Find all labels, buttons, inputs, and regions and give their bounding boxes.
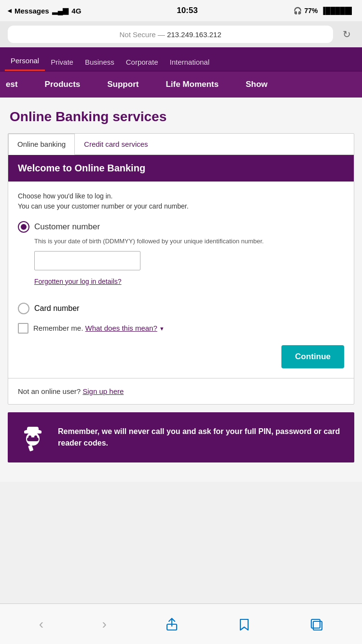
nav-international[interactable]: International [164,53,215,71]
nav-personal[interactable]: Personal [5,52,45,71]
nav-show[interactable]: Show [232,80,267,89]
url-display: 213.249.163.212 [167,30,222,39]
battery-percent: 77% [305,7,318,14]
login-instruction: Choose how you'd like to log in. You can… [18,191,344,211]
tabs-button[interactable] [309,617,323,631]
not-secure-label: Not Secure — [119,30,165,39]
nav-est[interactable]: est [0,80,31,89]
svg-rect-2 [27,427,39,433]
primary-nav: Personal Private Business Corporate Inte… [0,47,362,71]
back-arrow: ◂ [8,6,12,15]
security-icon [17,422,48,453]
reload-button[interactable]: ↻ [339,27,354,42]
svg-point-5 [28,435,31,438]
remember-me-checkbox[interactable] [18,323,28,334]
customer-number-label: Customer number [34,222,100,232]
tab-bar: Online banking Credit card services [8,134,354,155]
svg-rect-4 [27,437,39,441]
login-form: Choose how you'd like to log in. You can… [8,182,354,378]
radio-group-customer: Customer number This is your date of bir… [18,221,344,295]
signup-link[interactable]: Sign up here [83,387,124,395]
network-type: 4G [71,7,81,15]
forgot-link[interactable]: Forgotten your log in details? [34,278,122,285]
signup-text: Not an online user? [18,387,81,395]
main-content: Online Banking services Online banking C… [0,98,362,482]
address-bar: Not Secure — 213.249.163.212 ↻ [0,21,362,47]
nav-products[interactable]: Products [31,80,94,89]
nav-corporate[interactable]: Corporate [120,53,164,71]
battery-icon: ▐█████▌ [321,7,354,14]
share-button[interactable] [165,617,179,631]
headphone-icon: 🎧 [293,7,302,14]
banking-card: Online banking Credit card services Welc… [8,133,354,405]
status-left: ◂ Messages ▂▄▆ 4G [8,6,81,15]
customer-number-description: This is your date of birth (DDMMYY) foll… [34,237,344,246]
signup-section: Not an online user? Sign up here [8,378,354,404]
svg-rect-7 [28,445,34,451]
remember-me-row: Remember me. What does this mean? ▾ [18,323,344,334]
page-title: Online Banking services [8,109,354,125]
nav-life-moments[interactable]: Life Moments [152,80,232,89]
bottom-toolbar: ‹ › [0,603,362,644]
continue-button[interactable]: Continue [281,345,344,368]
app-name: Messages [14,7,49,15]
nav-support[interactable]: Support [94,80,152,89]
svg-rect-9 [311,619,320,628]
forward-button[interactable]: › [102,616,107,632]
card-number-row: Card number [18,303,344,314]
customer-number-input[interactable] [34,251,140,270]
what-does-this-mean-link[interactable]: What does this mean? [85,324,157,332]
card-number-radio[interactable] [18,303,29,314]
tab-online-banking[interactable]: Online banking [8,134,75,155]
remember-me-label: Remember me. What does this mean? ▾ [33,324,164,332]
nav-private[interactable]: Private [45,53,79,71]
back-button[interactable]: ‹ [39,616,43,632]
security-banner: Remember, we will never call you and ask… [8,412,354,462]
status-time: 10:53 [177,6,197,15]
secondary-nav: est Products Support Life Moments Show [0,71,362,98]
bookmark-button[interactable] [237,617,251,631]
chevron-down-icon: ▾ [160,325,164,332]
status-right: 🎧 77% ▐█████▌ [293,7,354,14]
svg-rect-10 [313,621,322,630]
signal-bars: ▂▄▆ [52,6,69,15]
security-text: Remember, we will never call you and ask… [58,426,345,449]
customer-number-radio-label[interactable]: Customer number [18,221,344,233]
status-bar: ◂ Messages ▂▄▆ 4G 10:53 🎧 77% ▐█████▌ [0,0,362,21]
customer-number-radio[interactable] [18,221,29,233]
card-number-label: Card number [34,304,79,313]
continue-row: Continue [18,345,344,368]
address-pill[interactable]: Not Secure — 213.249.163.212 [8,26,333,43]
svg-point-6 [34,435,37,438]
welcome-header: Welcome to Online Banking [8,155,354,182]
tab-credit-card[interactable]: Credit card services [75,134,157,154]
nav-business[interactable]: Business [79,53,120,71]
